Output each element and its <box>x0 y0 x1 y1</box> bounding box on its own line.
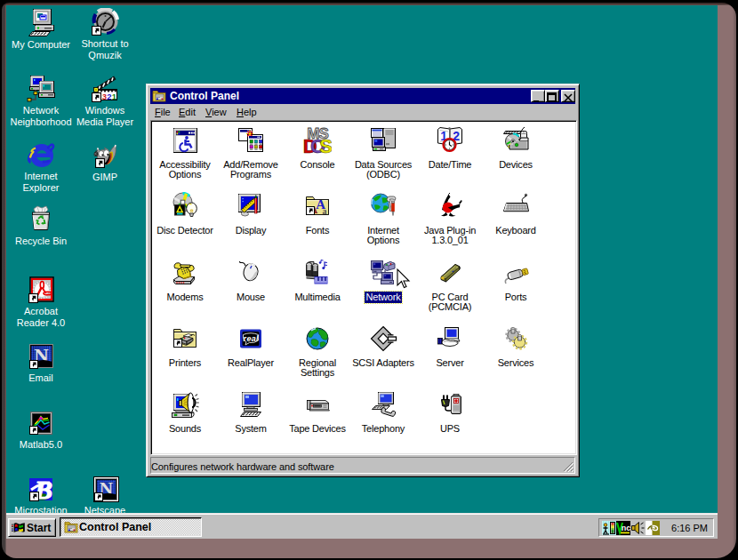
svg-text:nc: nc <box>622 524 630 532</box>
svg-text:2: 2 <box>107 92 111 101</box>
svg-text:real: real <box>244 334 259 343</box>
svg-text:3: 3 <box>102 92 107 101</box>
svg-text:1: 1 <box>112 92 117 101</box>
svg-text:S: S <box>319 135 332 155</box>
svg-text:a: a <box>323 206 327 216</box>
